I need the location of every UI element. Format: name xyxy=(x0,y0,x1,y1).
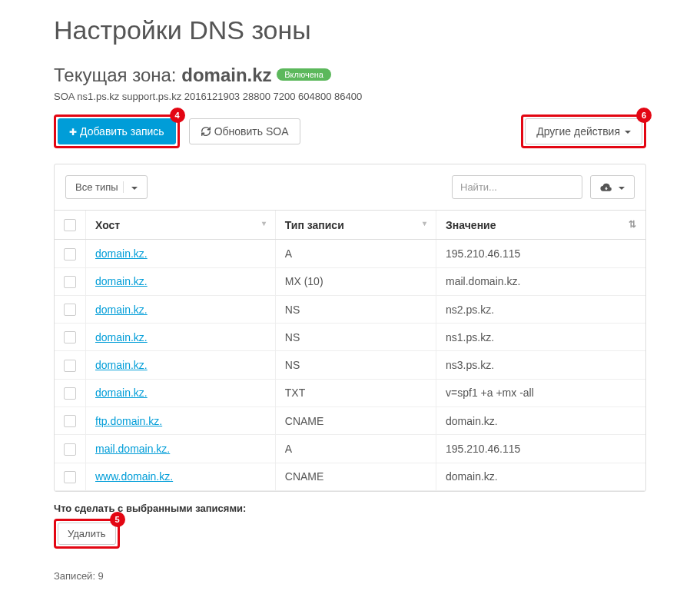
bulk-action-label: Что сделать с выбранными записями: xyxy=(54,503,646,514)
zone-domain: domain.kz xyxy=(181,65,271,85)
caret-down-icon: ▾ xyxy=(423,219,426,227)
record-value-cell: domain.kz. xyxy=(436,407,645,435)
add-record-button[interactable]: Добавить запись xyxy=(58,118,176,144)
current-zone: Текущая зона: domain.kz Включена xyxy=(54,65,646,86)
zone-status-badge: Включена xyxy=(277,68,331,81)
row-checkbox[interactable] xyxy=(64,276,76,288)
delete-button[interactable]: Удалить xyxy=(58,523,116,545)
row-checkbox[interactable] xyxy=(64,387,76,400)
host-link[interactable]: domain.kz. xyxy=(95,247,148,260)
export-dropdown[interactable] xyxy=(590,175,635,199)
cloud-download-icon xyxy=(600,182,612,193)
table-row: mail.domain.kz.A195.210.46.115 xyxy=(55,435,645,463)
add-record-label: Добавить запись xyxy=(80,125,164,138)
refresh-soa-label: Обновить SOA xyxy=(214,125,289,138)
column-host-label: Хост xyxy=(95,219,120,231)
host-link[interactable]: domain.kz. xyxy=(95,331,148,343)
records-panel: Все типы Хост▾ Тип записи▾ Значение⇅ dom… xyxy=(54,164,646,492)
type-filter-label: Все типы xyxy=(75,181,118,193)
record-value-cell: v=spf1 +a +mx -all xyxy=(436,379,645,407)
host-link[interactable]: ftp.domain.kz. xyxy=(95,415,162,427)
record-value-cell: ns1.ps.kz. xyxy=(436,324,645,351)
table-row: domain.kz.A195.210.46.115 xyxy=(55,240,645,267)
table-row: domain.kz.NSns3.ps.kz. xyxy=(55,351,645,379)
record-value-cell: ns3.ps.kz. xyxy=(436,351,645,379)
search-input[interactable] xyxy=(452,175,582,199)
record-value-cell: mail.domain.kz. xyxy=(436,267,645,295)
host-link[interactable]: mail.domain.kz. xyxy=(95,443,170,455)
records-count: Записей: 9 xyxy=(54,570,646,582)
refresh-soa-button[interactable]: Обновить SOA xyxy=(189,118,300,144)
record-type-cell: A xyxy=(275,435,436,463)
soa-line: SOA ns1.ps.kz support.ps.kz 2016121903 2… xyxy=(54,91,646,102)
record-value-cell: 195.210.46.115 xyxy=(436,435,645,463)
records-count-value: 9 xyxy=(98,570,104,582)
table-row: domain.kz.NSns1.ps.kz. xyxy=(55,324,645,351)
other-actions-label: Другие действия xyxy=(536,125,620,138)
record-type-cell: MX (10) xyxy=(275,267,436,295)
caret-down-icon xyxy=(623,125,631,138)
column-type-label: Тип записи xyxy=(285,219,344,231)
table-row: domain.kz.NSns2.ps.kz. xyxy=(55,295,645,323)
other-actions-button[interactable]: Другие действия xyxy=(525,118,642,144)
select-all-checkbox[interactable] xyxy=(64,219,76,231)
row-checkbox[interactable] xyxy=(64,443,76,456)
record-type-cell: NS xyxy=(275,351,436,379)
host-link[interactable]: domain.kz. xyxy=(95,304,148,316)
refresh-icon xyxy=(201,125,211,138)
sort-icon: ⇅ xyxy=(629,219,636,230)
record-type-cell: CNAME xyxy=(275,407,436,435)
record-type-cell: CNAME xyxy=(275,463,436,490)
page-title: Настройки DNS зоны xyxy=(54,15,646,45)
caret-down-icon xyxy=(123,181,138,193)
table-row: www.domain.kz.CNAMEdomain.kz. xyxy=(55,463,645,490)
caret-down-icon xyxy=(617,181,625,193)
plus-icon xyxy=(69,125,77,138)
zone-prefix: Текущая зона: xyxy=(54,65,181,85)
record-value-cell: ns2.ps.kz. xyxy=(436,295,645,323)
column-host[interactable]: Хост▾ xyxy=(86,211,276,240)
column-type[interactable]: Тип записи▾ xyxy=(275,211,436,240)
host-link[interactable]: domain.kz. xyxy=(95,275,148,287)
record-value-cell: 195.210.46.115 xyxy=(436,240,645,267)
table-row: domain.kz.MX (10)mail.domain.kz. xyxy=(55,267,645,295)
column-value-label: Значение xyxy=(446,219,496,231)
row-checkbox[interactable] xyxy=(64,304,76,316)
annotation-badge-6: 6 xyxy=(636,108,652,123)
type-filter-dropdown[interactable]: Все типы xyxy=(65,175,148,199)
table-row: ftp.domain.kz.CNAMEdomain.kz. xyxy=(55,407,645,435)
record-type-cell: TXT xyxy=(275,379,436,407)
row-checkbox[interactable] xyxy=(64,248,76,260)
caret-down-icon: ▾ xyxy=(262,219,266,227)
host-link[interactable]: domain.kz. xyxy=(95,387,148,399)
table-row: domain.kz.TXTv=spf1 +a +mx -all xyxy=(55,379,645,407)
host-link[interactable]: www.domain.kz. xyxy=(95,470,173,483)
record-type-cell: NS xyxy=(275,295,436,323)
records-table: Хост▾ Тип записи▾ Значение⇅ domain.kz.A1… xyxy=(55,210,645,491)
records-count-prefix: Записей: xyxy=(54,570,98,582)
record-type-cell: NS xyxy=(275,324,436,351)
column-value[interactable]: Значение⇅ xyxy=(436,211,645,240)
annotation-badge-5: 5 xyxy=(110,512,125,527)
record-value-cell: domain.kz. xyxy=(436,463,645,490)
row-checkbox[interactable] xyxy=(64,415,76,427)
row-checkbox[interactable] xyxy=(64,360,76,372)
row-checkbox[interactable] xyxy=(64,471,76,483)
record-type-cell: A xyxy=(275,240,436,267)
annotation-badge-4: 4 xyxy=(170,108,185,123)
row-checkbox[interactable] xyxy=(64,331,76,343)
host-link[interactable]: domain.kz. xyxy=(95,359,148,371)
